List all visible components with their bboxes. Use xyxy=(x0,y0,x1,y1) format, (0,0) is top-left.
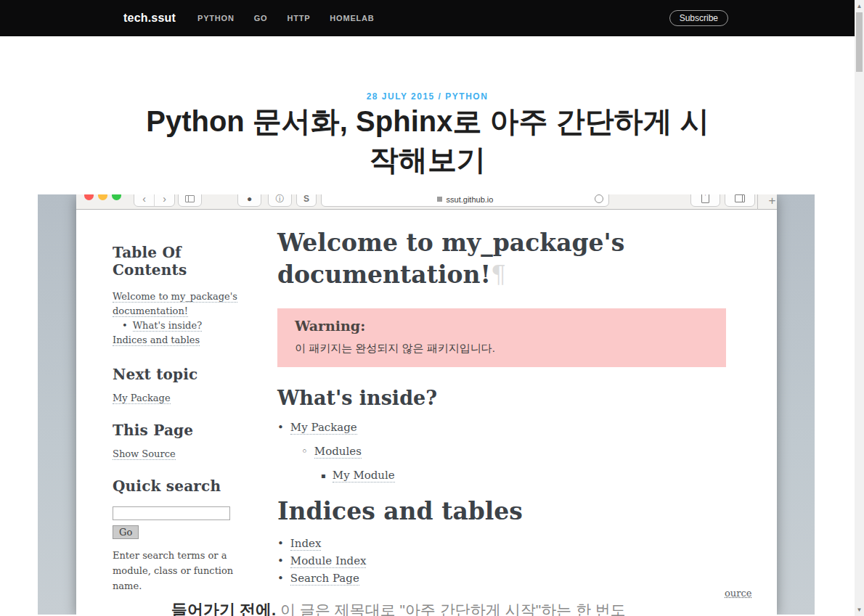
show-source-link[interactable]: Show Source xyxy=(113,448,176,460)
docs-page: Table Of Contents Welcome to my_package'… xyxy=(76,210,777,615)
docs-h1: Welcome to my_package's documentation!¶ xyxy=(277,227,748,291)
search-page-link[interactable]: Search Page xyxy=(290,572,359,586)
extension-button-2[interactable]: ⓘ xyxy=(268,194,292,207)
nav-item-http[interactable]: HTTP xyxy=(287,14,310,22)
docs-h1-indices: Indices and tables xyxy=(277,497,748,525)
docs-h1-text: Welcome to my_package's documentation! xyxy=(277,229,624,289)
extension-circle-icon: ● xyxy=(247,194,252,206)
zoom-window-icon[interactable] xyxy=(112,194,121,200)
toc-link-indices[interactable]: Indices and tables xyxy=(113,334,200,346)
docs-sidebar: Table Of Contents Welcome to my_package'… xyxy=(113,244,252,594)
list-item: Module Index xyxy=(277,554,748,567)
nav-menu: PYTHON GO HTTP HOMELAB xyxy=(197,14,375,22)
extension-button-1[interactable]: ● xyxy=(237,194,261,207)
toc-link-welcome[interactable]: Welcome to my_package's documentation! xyxy=(113,291,237,317)
history-nav-buttons: ‹ › xyxy=(134,194,175,207)
extension-button-3[interactable]: S xyxy=(296,194,317,207)
back-button[interactable]: ‹ xyxy=(134,194,154,206)
url-text: ssut.github.io xyxy=(447,195,494,204)
warning-admonition: Warning: 이 패키지는 완성되지 않은 패키지입니다. xyxy=(277,308,726,367)
post-body-paragraph: 들어가기 전에. 이 글은 제목대로 "아주 간단하게 시작"하는 한 번도 xyxy=(171,599,723,616)
this-page-heading: This Page xyxy=(113,422,252,439)
toc-heading: Table Of Contents xyxy=(113,244,252,279)
page-source-link-partial[interactable]: ource xyxy=(725,588,751,599)
search-help-text: Enter search terms or a module, class or… xyxy=(113,548,252,594)
list-item: Index xyxy=(277,537,748,550)
quick-search-heading: Quick search xyxy=(113,477,252,495)
post-meta: 28 JULY 2015 / PYTHON xyxy=(0,91,855,102)
pilcrow-anchor[interactable]: ¶ xyxy=(491,260,506,289)
modules-link[interactable]: Modules xyxy=(314,445,362,459)
post-body-rest: 이 글은 제목대로 "아주 간단하게 시작"하는 한 번도 xyxy=(280,601,626,616)
tabs-icon xyxy=(735,194,745,202)
list-item: My Package xyxy=(277,421,748,434)
browser-toolbar: ‹ › ● ⓘ S ssut.github.io xyxy=(76,194,777,210)
whats-inside-list: My Package Modules My Module xyxy=(277,421,748,482)
post-figure-screenshot: ‹ › ● ⓘ S ssut.github.io xyxy=(38,194,815,615)
minimize-window-icon[interactable] xyxy=(98,194,107,200)
toc-link-whats-inside[interactable]: What's inside? xyxy=(133,320,202,332)
reload-icon[interactable] xyxy=(595,194,603,203)
docs-main: Welcome to my_package's documentation!¶ … xyxy=(277,227,748,589)
docs-h2-whats-inside: What's inside? xyxy=(277,387,748,409)
my-module-link[interactable]: My Module xyxy=(333,469,395,482)
module-index-link[interactable]: Module Index xyxy=(290,554,367,568)
subscribe-button[interactable]: Subscribe xyxy=(669,10,728,26)
share-icon xyxy=(701,194,709,203)
post-title: Python 문서화, Sphinx로 아주 간단하게 시작해보기 xyxy=(137,102,718,179)
meta-separator: / xyxy=(439,91,442,102)
next-topic-heading: Next topic xyxy=(113,366,252,383)
safari-window: ‹ › ● ⓘ S ssut.github.io xyxy=(76,194,777,615)
page-scrollbar[interactable]: ▲ ▼ xyxy=(855,0,864,616)
sidebar-icon xyxy=(185,195,195,202)
search-go-button[interactable]: Go xyxy=(113,525,139,539)
list-item: Search Page xyxy=(277,572,748,585)
post-body-lead: 들어가기 전에. xyxy=(171,601,276,616)
site-favicon-icon xyxy=(437,197,442,202)
address-bar[interactable]: ssut.github.io xyxy=(321,194,609,207)
nav-item-python[interactable]: PYTHON xyxy=(197,14,235,22)
forward-button[interactable]: › xyxy=(155,194,174,206)
list-item: My Module xyxy=(277,469,748,482)
nav-item-go[interactable]: GO xyxy=(254,14,268,22)
index-link[interactable]: Index xyxy=(290,537,322,551)
warning-title: Warning: xyxy=(295,318,709,334)
close-window-icon[interactable] xyxy=(84,194,94,200)
warning-body: 이 패키지는 완성되지 않은 패키지입니다. xyxy=(295,342,709,356)
new-tab-button[interactable]: + xyxy=(757,194,786,210)
post-date: 28 JULY 2015 xyxy=(367,91,435,102)
share-button[interactable] xyxy=(690,194,720,207)
search-input[interactable] xyxy=(113,506,230,520)
tab-overview-button[interactable] xyxy=(725,194,755,207)
site-logo[interactable]: tech.ssut xyxy=(123,12,176,25)
scroll-down-icon[interactable]: ▼ xyxy=(855,605,864,615)
extension-info-icon: ⓘ xyxy=(276,194,285,206)
next-topic-link[interactable]: My Package xyxy=(113,393,171,404)
scrollbar-thumb[interactable] xyxy=(856,12,863,72)
top-nav-bar: tech.ssut PYTHON GO HTTP HOMELAB Subscri… xyxy=(0,0,855,36)
extension-s-icon: S xyxy=(303,194,309,206)
indices-list: Index Module Index Search Page xyxy=(277,537,748,585)
nav-item-homelab[interactable]: HOMELAB xyxy=(330,14,374,22)
post-category-link[interactable]: PYTHON xyxy=(445,91,488,102)
my-package-link[interactable]: My Package xyxy=(290,421,357,435)
scroll-up-icon[interactable]: ▲ xyxy=(855,1,864,11)
list-item: Modules xyxy=(277,445,748,458)
sidebar-toggle-button[interactable] xyxy=(178,194,202,207)
